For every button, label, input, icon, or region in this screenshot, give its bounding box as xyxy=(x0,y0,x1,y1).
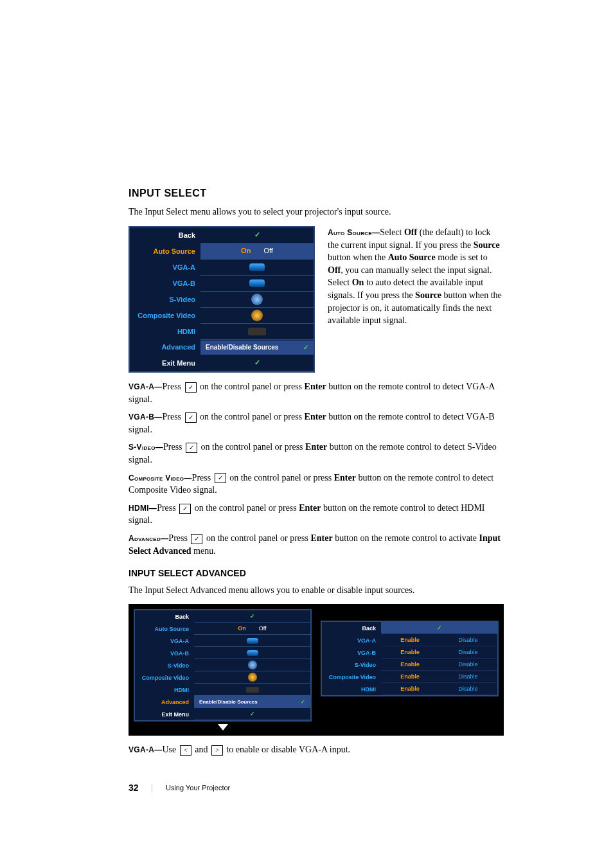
check-icon: ✓ xyxy=(250,710,255,718)
text: Enable/Disable Sources xyxy=(199,698,258,705)
footer-text: Using Your Projector xyxy=(166,783,230,793)
vga-a-2-para: VGA-A—Use < and > to enable or disable V… xyxy=(129,743,504,756)
check-icon: ✓ xyxy=(303,343,308,352)
osd-pair: Back✓ Auto SourceOnOff VGA-A VGA-B S-Vid… xyxy=(129,604,504,736)
osd-cv: Composite Video xyxy=(135,674,194,682)
osd-vga-b: VGA-B xyxy=(130,279,200,288)
sub-intro: The Input Select Advanced menu allows yo… xyxy=(129,584,504,597)
check-icon: ✓ xyxy=(254,230,260,240)
osd-exit: Exit Menu xyxy=(135,711,194,719)
footer: 32 | Using Your Projector xyxy=(129,782,504,795)
right-arrow-icon: > xyxy=(211,745,223,756)
auto-source-label: Auto Source— xyxy=(328,228,380,237)
enable: Enable xyxy=(400,673,420,681)
check-icon: ✓ xyxy=(250,612,255,621)
osd-vga-a: VGA-A xyxy=(135,637,194,646)
enter-icon: ✓ xyxy=(179,504,191,514)
osd-back: Back xyxy=(130,231,200,240)
composite-label: Composite Video— xyxy=(129,474,192,483)
svideo-para: S-Video—Press ✓ on the control panel or … xyxy=(129,441,504,466)
svideo-label: S-Video— xyxy=(129,443,163,452)
osd-back: Back xyxy=(135,613,194,621)
osd-exit: Exit Menu xyxy=(130,359,200,368)
composite-para: Composite Video—Press ✓ on the control p… xyxy=(129,472,504,497)
text: Press xyxy=(162,412,183,421)
osd-auto: Auto Source xyxy=(135,625,194,633)
osd-advanced: Advanced xyxy=(130,342,200,352)
round-icon xyxy=(248,660,257,669)
vga-b-para: VGA-B—Press ✓ on the control panel or pr… xyxy=(129,411,504,436)
enable: Enable xyxy=(400,660,420,669)
round-icon xyxy=(251,294,263,305)
vga-a-2-label: VGA-A— xyxy=(129,745,162,754)
osd-hdmi: HDMI xyxy=(135,686,194,695)
text: Press xyxy=(192,473,213,483)
footer-separator: | xyxy=(152,783,153,793)
osd-hdmi: HDMI xyxy=(130,327,200,337)
vga-a-label: VGA-A— xyxy=(129,382,162,391)
text: Press xyxy=(163,442,184,452)
text: Press xyxy=(157,503,178,513)
enter-icon: ✓ xyxy=(186,443,197,453)
hdmi-icon xyxy=(248,328,266,335)
advanced-label: Advanced— xyxy=(129,534,168,543)
enable: Enable xyxy=(400,636,420,644)
section-title: INPUT SELECT xyxy=(129,186,504,200)
enter-icon: ✓ xyxy=(215,473,226,483)
port-icon xyxy=(249,263,265,271)
disable: Disable xyxy=(459,636,478,644)
enable: Enable xyxy=(400,685,420,693)
disable: Disable xyxy=(459,660,478,669)
check-icon: ✓ xyxy=(301,698,305,705)
osd-off: Off xyxy=(263,246,272,256)
osd-back: Back xyxy=(322,624,381,633)
osd-auto-source: Auto Source xyxy=(130,247,200,256)
r-vga-a: VGA-A xyxy=(322,637,381,645)
disable: Disable xyxy=(459,648,478,657)
port-icon xyxy=(247,638,258,644)
intro-text: The Input Select menu allows you to sele… xyxy=(129,206,504,218)
vga-b-label: VGA-B— xyxy=(129,412,162,421)
text: Press xyxy=(168,533,190,543)
check-icon: ✓ xyxy=(254,358,260,368)
content-row: Back✓ Auto SourceOnOff VGA-A VGA-B S-Vid… xyxy=(129,226,504,373)
diamond-icon xyxy=(251,310,263,321)
left-arrow-icon: < xyxy=(180,745,191,756)
osd-svideo: S-Video xyxy=(130,295,200,305)
on: On xyxy=(238,624,246,633)
osd-menu-2b: Back✓ VGA-AEnableDisable VGA-BEnableDisa… xyxy=(321,621,499,696)
text: Use xyxy=(162,745,178,754)
auto-source-desc: Auto Source—Select Off (the default) to … xyxy=(328,226,504,373)
osd-menu-1: Back✓ Auto SourceOnOff VGA-A VGA-B S-Vid… xyxy=(129,226,315,373)
page: INPUT SELECT The Input Select menu allow… xyxy=(0,0,613,833)
osd-menu-2a: Back✓ Auto SourceOnOff VGA-A VGA-B S-Vid… xyxy=(134,609,312,722)
osd-composite: Composite Video xyxy=(130,311,200,321)
osd-vga-b: VGA-B xyxy=(135,650,194,658)
check-icon: ✓ xyxy=(437,624,442,632)
r-vga-b: VGA-B xyxy=(322,649,381,657)
text: Press xyxy=(162,382,183,391)
text: to enable or disable VGA-A input. xyxy=(224,745,350,754)
diamond-icon xyxy=(248,673,257,682)
vga-a-para: VGA-A—Press ✓ on the control panel or pr… xyxy=(129,380,504,405)
osd-sv: S-Video xyxy=(135,662,194,670)
off: Off xyxy=(259,624,267,633)
sub-title: INPUT SELECT ADVANCED xyxy=(129,567,504,580)
auto-source-text: Select Off (the default) to lock the cur… xyxy=(328,227,502,325)
hdmi-label: HDMI— xyxy=(129,504,157,513)
osd-vga-a: VGA-A xyxy=(130,263,200,272)
hdmi-para: HDMI—Press ✓ on the control panel or pre… xyxy=(129,502,504,527)
osd-adv: Advanced xyxy=(135,698,194,707)
hdmi-icon xyxy=(246,687,259,693)
disable: Disable xyxy=(459,685,478,693)
port-icon xyxy=(247,650,258,656)
advanced-para: Advanced—Press ✓ on the control panel or… xyxy=(129,532,504,557)
osd-enable-text: Enable/Disable Sources xyxy=(206,343,278,352)
disable: Disable xyxy=(459,673,478,681)
arrow-down-icon xyxy=(218,724,228,731)
enter-icon: ✓ xyxy=(191,534,202,544)
text: and xyxy=(193,745,210,754)
r-hdmi: HDMI xyxy=(322,686,381,694)
port-icon xyxy=(249,279,265,287)
r-cv: Composite Video xyxy=(322,673,381,682)
